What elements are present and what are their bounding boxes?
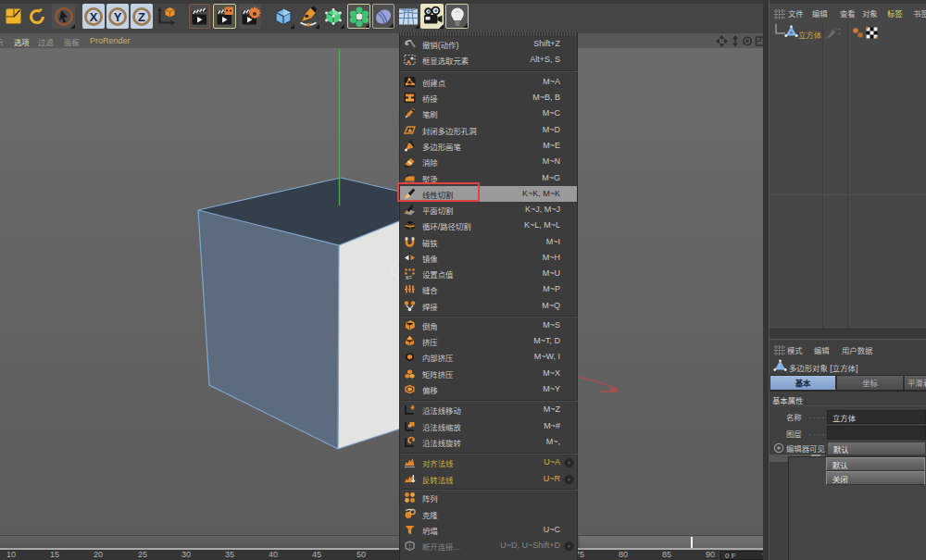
svg-text:Z: Z bbox=[138, 9, 145, 23]
svg-text:X: X bbox=[90, 9, 98, 23]
svg-text:x=: x= bbox=[406, 274, 412, 280]
svg-text:Y: Y bbox=[114, 9, 122, 23]
